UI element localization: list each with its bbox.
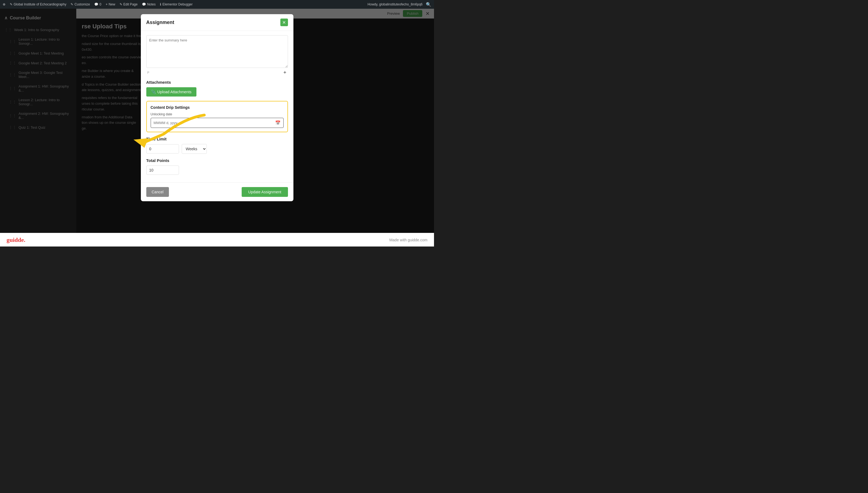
- upload-btn-label: Upload Attachments: [158, 90, 191, 94]
- date-input-wrapper: 📅: [151, 118, 283, 128]
- guidde-tagline: Made with guidde.com: [389, 238, 428, 242]
- guidde-logo: guidde.: [6, 236, 25, 243]
- customize-label: Customize: [74, 2, 90, 6]
- modal-overlay: Assignment ✕ P ✦ Attachments 📎 Upload: [0, 9, 434, 246]
- new-icon: +: [106, 2, 108, 6]
- edit-page-icon: ✎: [120, 2, 122, 6]
- unlocking-date-label: Unlocking date: [151, 112, 283, 116]
- upload-icon: 📎: [151, 90, 156, 94]
- update-assignment-button[interactable]: Update Assignment: [242, 187, 288, 197]
- total-points-section: Total Points: [146, 158, 288, 175]
- modal-footer: Cancel Update Assignment: [141, 183, 293, 201]
- site-name-item[interactable]: ✎ Global Institute of Echocardiography: [10, 2, 66, 6]
- guidde-footer: guidde. Made with guidde.com: [0, 233, 434, 246]
- time-limit-label: Time Limit: [146, 136, 288, 141]
- textarea-footer: P ✦: [146, 69, 288, 76]
- modal-title: Assignment: [146, 20, 174, 25]
- textarea-char-indicator: P: [147, 71, 149, 74]
- elementor-debugger-icon: ℹ: [160, 2, 161, 6]
- attachments-label: Attachments: [146, 80, 288, 85]
- date-input[interactable]: [154, 121, 275, 125]
- total-points-input[interactable]: [146, 166, 179, 175]
- edit-page-label: Edit Page: [123, 2, 138, 6]
- admin-bar: ⊕ ✎ Global Institute of Echocardiography…: [0, 0, 434, 9]
- time-limit-section: Time Limit Weeks Days Hours Minutes: [146, 136, 288, 154]
- modal-body: P ✦ Attachments 📎 Upload Attachments Con…: [141, 31, 293, 179]
- assignment-modal: Assignment ✕ P ✦ Attachments 📎 Upload: [141, 14, 293, 201]
- wp-icon: ⊕: [3, 2, 5, 6]
- comments-count: 0: [99, 2, 101, 6]
- total-points-label: Total Points: [146, 158, 288, 163]
- summary-section: P ✦: [146, 35, 288, 76]
- upload-attachments-button[interactable]: 📎 Upload Attachments: [146, 87, 197, 97]
- drip-settings-title: Content Drip Settings: [151, 105, 283, 110]
- customize-icon: ✎: [71, 2, 73, 6]
- notes-label: Notes: [147, 2, 156, 6]
- edit-page-item[interactable]: ✎ Edit Page: [120, 2, 138, 6]
- user-greeting: Howdy, globalinstituteofecho_8m6pq6: [367, 2, 422, 6]
- ai-icon[interactable]: ✦: [283, 69, 287, 76]
- comments-item[interactable]: 💬 0: [94, 2, 101, 6]
- time-limit-unit-select[interactable]: Weeks Days Hours Minutes: [182, 144, 207, 154]
- customize-item[interactable]: ✎ Customize: [71, 2, 90, 6]
- wp-logo-item[interactable]: ⊕: [3, 2, 5, 6]
- drip-settings-box: Content Drip Settings Unlocking date 📅: [146, 101, 288, 132]
- elementor-debugger-item[interactable]: ℹ Elementor Debugger: [160, 2, 192, 6]
- notes-icon: 💬: [142, 2, 146, 6]
- comments-icon: 💬: [94, 2, 98, 6]
- site-name-label: Global Institute of Echocardiography: [14, 2, 66, 6]
- site-name-icon: ✎: [10, 2, 13, 6]
- summary-textarea[interactable]: [146, 35, 288, 68]
- elementor-debugger-label: Elementor Debugger: [162, 2, 192, 6]
- modal-header: Assignment ✕: [141, 14, 293, 31]
- new-item[interactable]: + New: [106, 2, 115, 6]
- notes-item[interactable]: 💬 Notes: [142, 2, 156, 6]
- cancel-button[interactable]: Cancel: [146, 187, 169, 197]
- new-label: New: [109, 2, 115, 6]
- time-limit-input[interactable]: [146, 144, 179, 153]
- main-area: ∧ Course Builder ⋮⋮ Week 1: Intro to Son…: [0, 9, 434, 246]
- admin-bar-right: Howdy, globalinstituteofecho_8m6pq6 🔍: [367, 2, 431, 7]
- calendar-icon[interactable]: 📅: [275, 120, 281, 125]
- modal-close-button[interactable]: ✕: [280, 19, 288, 26]
- search-icon[interactable]: 🔍: [426, 2, 431, 7]
- time-limit-row: Weeks Days Hours Minutes: [146, 144, 288, 154]
